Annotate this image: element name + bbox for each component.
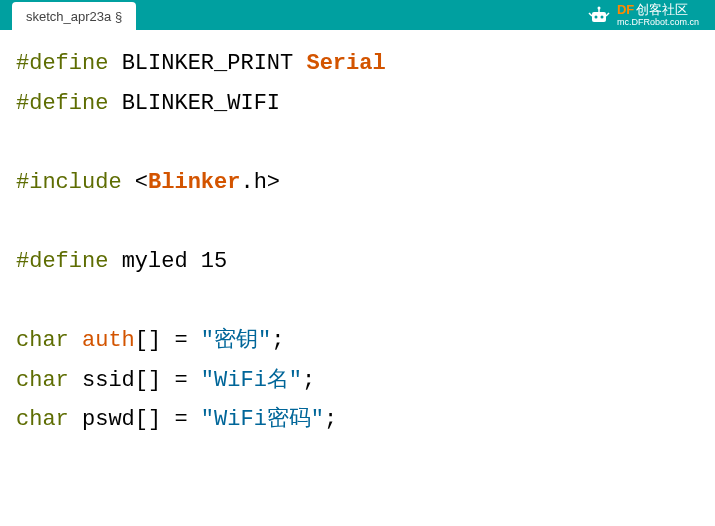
var-name: ssid [82,368,135,393]
code-line: #define BLINKER_WIFI [16,91,280,116]
string-literal: "密钥" [201,328,271,353]
header-ext: .h> [240,170,280,195]
macro-value: 15 [201,249,227,274]
semicolon: ; [271,328,284,353]
preproc-include: #include [16,170,122,195]
angle-bracket: < [135,170,148,195]
title-bar: sketch_apr23a § DF创客社区 mc.DFRobot.com.cn [0,0,715,30]
var-name: auth [82,328,135,353]
logo-brand: DF [617,2,634,17]
code-line: #define BLINKER_PRINT Serial [16,51,386,76]
type-char: char [16,407,69,432]
logo-text: DF创客社区 mc.DFRobot.com.cn [617,2,699,27]
file-tab[interactable]: sketch_apr23a § [12,2,136,30]
equals: = [174,368,187,393]
code-line: #define myled 15 [16,249,227,274]
brackets: [] [135,368,161,393]
tab-label: sketch_apr23a § [26,9,122,24]
type-char: char [16,328,69,353]
macro-name: BLINKER_WIFI [122,91,280,116]
svg-line-5 [589,13,592,16]
equals: = [174,328,187,353]
brackets: [] [135,407,161,432]
type-char: char [16,368,69,393]
macro-name: BLINKER_PRINT [122,51,294,76]
macro-name: myled [122,249,188,274]
code-line: char pswd[] = "WiFi密码"; [16,407,337,432]
string-literal: "WiFi密码" [201,407,324,432]
string-literal: "WiFi名" [201,368,302,393]
code-line: char ssid[] = "WiFi名"; [16,368,315,393]
preproc-define: #define [16,51,108,76]
equals: = [174,407,187,432]
preproc-define: #define [16,91,108,116]
logo-brand-cn: 创客社区 [636,2,688,17]
macro-value: Serial [306,51,385,76]
code-editor[interactable]: #define BLINKER_PRINT Serial #define BLI… [0,30,715,454]
logo-area: DF创客社区 mc.DFRobot.com.cn [587,2,699,27]
svg-point-2 [600,15,603,18]
svg-point-1 [594,15,597,18]
robot-icon [587,5,611,25]
semicolon: ; [324,407,337,432]
svg-point-4 [597,6,600,9]
logo-url: mc.DFRobot.com.cn [617,18,699,27]
semicolon: ; [302,368,315,393]
svg-rect-0 [592,12,606,22]
preproc-define: #define [16,249,108,274]
brackets: [] [135,328,161,353]
var-name: pswd [82,407,135,432]
code-line: #include <Blinker.h> [16,170,280,195]
svg-line-6 [606,13,609,16]
code-line: char auth[] = "密钥"; [16,328,284,353]
header-name: Blinker [148,170,240,195]
